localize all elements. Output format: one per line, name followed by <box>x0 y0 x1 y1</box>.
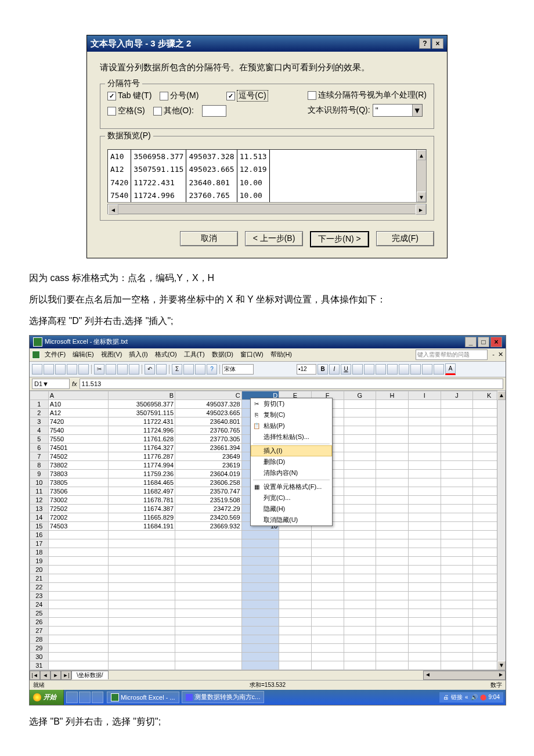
column-header[interactable]: H <box>376 391 409 399</box>
help-button[interactable]: ? <box>419 38 431 49</box>
cell[interactable] <box>376 635 409 643</box>
minimize-button[interactable]: _ <box>465 337 477 347</box>
merge-icon[interactable] <box>387 364 398 375</box>
cell[interactable]: 73506 <box>48 487 109 495</box>
system-tray[interactable]: 🖨链接 «🔊⬤ 9:04 <box>439 692 503 703</box>
row-header[interactable]: 22 <box>30 582 49 591</box>
align-right-icon[interactable] <box>376 364 386 375</box>
cell[interactable] <box>175 617 242 626</box>
cell[interactable] <box>175 574 242 582</box>
cell[interactable] <box>408 539 441 548</box>
row-header[interactable]: 5 <box>30 434 49 443</box>
cell[interactable] <box>279 548 312 556</box>
cell[interactable]: 74503 <box>48 521 109 530</box>
cell[interactable] <box>109 556 175 565</box>
cell[interactable] <box>344 478 376 487</box>
cell[interactable] <box>241 548 279 556</box>
row-header[interactable]: 24 <box>30 600 49 609</box>
cell[interactable] <box>441 417 473 426</box>
cell[interactable] <box>175 565 242 574</box>
cell[interactable] <box>441 643 473 652</box>
row-header[interactable]: 3 <box>30 417 49 426</box>
menu-item[interactable]: 窗口(W) <box>238 350 266 359</box>
font-name-combo[interactable]: 宋体 <box>222 364 254 375</box>
cell[interactable] <box>441 434 473 443</box>
cell[interactable] <box>344 452 376 460</box>
cell[interactable] <box>376 626 409 635</box>
cell[interactable] <box>408 434 441 443</box>
print-icon[interactable] <box>67 364 77 375</box>
cell[interactable] <box>376 452 409 460</box>
cell[interactable]: 11682.497 <box>109 487 175 495</box>
cell[interactable] <box>441 426 473 434</box>
paste-icon[interactable] <box>117 364 128 375</box>
cell[interactable] <box>241 539 279 548</box>
align-left-icon[interactable] <box>352 364 363 375</box>
close-button[interactable]: × <box>432 38 443 49</box>
cell[interactable] <box>376 408 409 417</box>
vertical-scrollbar[interactable]: ▲ ▼ <box>416 150 426 202</box>
cell[interactable] <box>376 661 409 669</box>
cell[interactable] <box>344 521 376 530</box>
other-checkbox[interactable]: 其他(O): <box>153 106 194 116</box>
cell[interactable] <box>279 556 312 565</box>
cell[interactable] <box>311 609 344 617</box>
cell[interactable] <box>311 548 344 556</box>
cell[interactable]: 72502 <box>48 504 109 513</box>
ctx-format-cells[interactable]: ▦设置单元格格式(F)... <box>251 481 332 492</box>
cell[interactable] <box>408 478 441 487</box>
cell[interactable] <box>344 574 376 582</box>
cell[interactable] <box>241 635 279 643</box>
help-search-input[interactable]: 键入需要帮助的问题 <box>416 350 488 360</box>
row-header[interactable]: 10 <box>30 478 49 487</box>
cell[interactable] <box>376 469 409 478</box>
menu-item[interactable]: 数据(D) <box>210 350 236 359</box>
maximize-button[interactable]: □ <box>478 337 489 347</box>
cell[interactable] <box>376 617 409 626</box>
cell[interactable] <box>376 582 409 591</box>
cell[interactable] <box>279 661 312 669</box>
cell[interactable] <box>408 548 441 556</box>
tab-next-icon[interactable]: ► <box>50 671 61 680</box>
cell[interactable] <box>48 643 109 652</box>
cell[interactable] <box>344 609 376 617</box>
cell[interactable] <box>109 652 175 661</box>
worksheet-grid[interactable]: ABCDEFGHIJK1A103506958.377495037.32811.5… <box>30 391 506 670</box>
finish-button[interactable]: 完成(F) <box>376 231 434 246</box>
cell[interactable] <box>441 626 473 635</box>
treat-consecutive-checkbox[interactable]: 连续分隔符号视为单个处理(R) <box>308 90 427 100</box>
cell[interactable]: 73002 <box>48 495 109 504</box>
vertical-scrollbar[interactable]: ▲ ▼ <box>497 391 506 670</box>
cell[interactable]: 74501 <box>48 443 109 452</box>
cell[interactable] <box>376 600 409 609</box>
underline-icon[interactable]: U <box>341 364 351 375</box>
ctx-clear[interactable]: 清除内容(N) <box>251 467 332 478</box>
cell[interactable] <box>344 582 376 591</box>
cell[interactable] <box>441 530 473 539</box>
cell[interactable] <box>408 513 441 521</box>
cell[interactable]: 23472.29 <box>175 504 242 513</box>
cell[interactable] <box>441 565 473 574</box>
cell[interactable] <box>48 574 109 582</box>
cell[interactable] <box>408 652 441 661</box>
cell[interactable]: 11776.287 <box>109 452 175 460</box>
cell[interactable]: 11761.628 <box>109 434 175 443</box>
row-header[interactable]: 1 <box>30 399 49 408</box>
currency-icon[interactable] <box>399 364 409 375</box>
cell[interactable] <box>48 661 109 669</box>
cell[interactable] <box>408 661 441 669</box>
cell[interactable] <box>408 643 441 652</box>
cell[interactable] <box>376 548 409 556</box>
cell[interactable] <box>344 565 376 574</box>
horizontal-scrollbar[interactable]: ◄ ► <box>107 204 427 214</box>
row-header[interactable]: 29 <box>30 643 49 652</box>
column-header[interactable]: C <box>175 391 242 399</box>
cell[interactable] <box>48 548 109 556</box>
row-header[interactable]: 4 <box>30 426 49 434</box>
cell[interactable] <box>344 617 376 626</box>
sort-icon[interactable] <box>183 364 194 375</box>
cell[interactable] <box>311 582 344 591</box>
chart-icon[interactable] <box>195 364 205 375</box>
row-header[interactable]: 11 <box>30 487 49 495</box>
quick-launch[interactable] <box>64 692 106 703</box>
